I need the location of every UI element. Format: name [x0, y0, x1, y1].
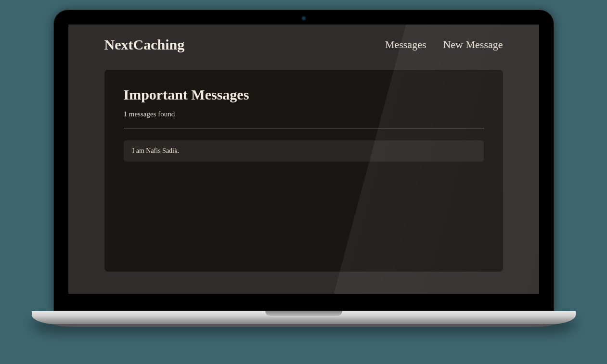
screen-bezel: NextCaching Messages New Message Importa…	[53, 10, 554, 311]
message-count: 1 messages found	[124, 110, 484, 118]
page-title: Important Messages	[124, 87, 484, 103]
nav-new-message[interactable]: New Message	[443, 38, 503, 51]
app-header: NextCaching Messages New Message	[68, 25, 539, 65]
camera-icon	[301, 16, 306, 21]
laptop-mockup: NextCaching Messages New Message Importa…	[53, 10, 554, 325]
app-screen: NextCaching Messages New Message Importa…	[68, 25, 539, 294]
main-panel: Important Messages 1 messages found I am…	[104, 70, 503, 272]
divider	[124, 128, 484, 128]
message-text: I am Nafis Sadik.	[132, 147, 180, 154]
nav-links: Messages New Message	[385, 38, 503, 51]
brand-logo[interactable]: NextCaching	[104, 37, 185, 53]
list-item[interactable]: I am Nafis Sadik.	[124, 140, 484, 162]
nav-messages[interactable]: Messages	[385, 38, 426, 51]
laptop-base	[32, 311, 576, 325]
